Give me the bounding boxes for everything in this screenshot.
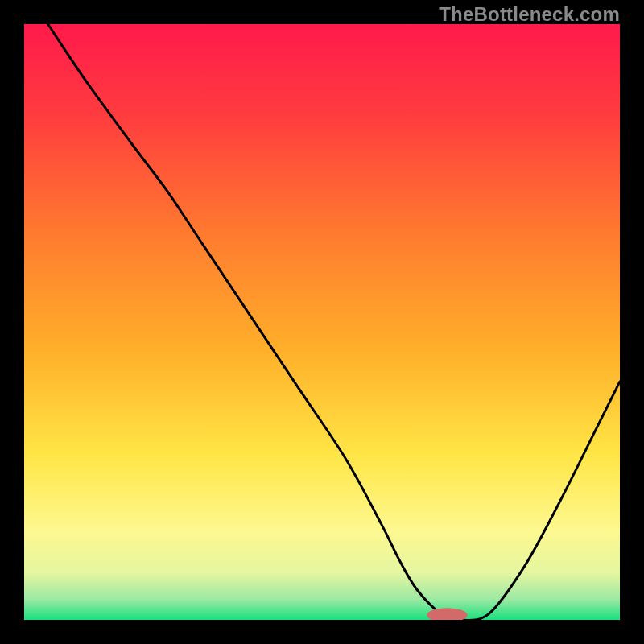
bottleneck-chart (24, 24, 620, 620)
watermark-text: TheBottleneck.com (439, 3, 620, 26)
plot-area (24, 24, 620, 620)
chart-background (24, 24, 620, 620)
chart-frame: TheBottleneck.com (0, 0, 644, 644)
